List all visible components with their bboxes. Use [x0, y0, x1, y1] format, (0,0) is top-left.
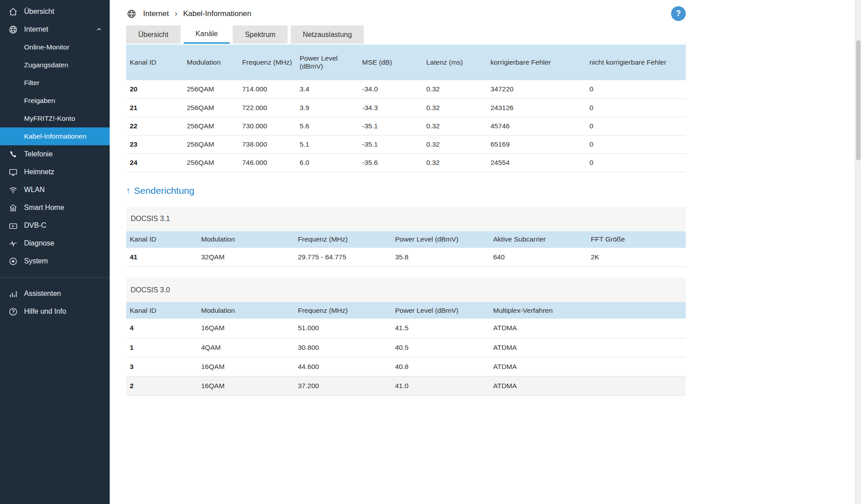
column-header: Frequenz (MHz)	[239, 45, 296, 80]
sidebar-item-freigaben[interactable]: Freigaben	[0, 92, 110, 110]
breadcrumb-section[interactable]: Internet	[143, 9, 169, 18]
sidebar-item-smart-home[interactable]: Smart Home	[0, 199, 110, 217]
table-cell: 256QAM	[183, 153, 239, 172]
scrollbar-thumb[interactable]	[856, 40, 861, 160]
app-window: Übersicht Internet Online-Monitor Zugang…	[0, 0, 861, 504]
sidebar-item-diagnose[interactable]: Diagnose	[0, 234, 110, 252]
column-header: Power Level (dBmV)	[391, 231, 490, 248]
table-cell: 0.32	[423, 153, 487, 172]
table-cell: 32QAM	[198, 248, 294, 267]
table-cell: 20	[126, 80, 183, 98]
sidebar-item-label: Smart Home	[24, 204, 64, 212]
table-cell: -35.1	[358, 135, 423, 153]
column-header: nicht korrigierbare Fehler	[586, 45, 686, 80]
help-button[interactable]: ?	[671, 6, 686, 21]
tab-netzauslastung[interactable]: Netzauslastung	[291, 25, 364, 44]
table-cell: 29.775 - 64.775	[294, 248, 391, 267]
table-cell: 41	[126, 248, 198, 267]
table-row: 4132QAM29.775 - 64.77535.86402K	[126, 248, 686, 267]
main-content: Internet › Kabel-Informationen ? Übersic…	[110, 0, 861, 504]
table-cell: 0	[586, 135, 686, 153]
sidebar-item-uebersicht[interactable]: Übersicht	[0, 3, 110, 20]
tv-icon	[8, 221, 18, 230]
sidebar-item-label: Kabel-Informationen	[24, 132, 87, 140]
table-cell: ATDMA	[490, 338, 686, 357]
table-cell: ATDMA	[490, 357, 686, 376]
column-header: Aktive Subcarrier	[490, 231, 587, 248]
scrollbar[interactable]	[855, 0, 861, 504]
table-cell: -34.0	[358, 80, 423, 98]
sidebar-item-assistenten[interactable]: Assistenten	[0, 285, 110, 303]
column-header: Modulation	[198, 231, 294, 248]
sidebar-item-label: Diagnose	[24, 239, 54, 247]
table-cell: 5.1	[296, 135, 358, 153]
tab-spektrum[interactable]: Spektrum	[233, 25, 287, 44]
table-cell: 65169	[487, 135, 586, 153]
sidebar-item-kabel-informationen[interactable]: Kabel-Informationen	[0, 127, 110, 145]
sidebar-item-heimnetz[interactable]: Heimnetz	[0, 163, 110, 181]
column-header: FFT Größe	[587, 231, 686, 248]
table-cell: 16QAM	[198, 319, 294, 338]
column-header: Latenz (ms)	[423, 45, 487, 80]
table-cell: 40.5	[391, 338, 490, 357]
sidebar-item-dvb-c[interactable]: DVB-C	[0, 217, 110, 234]
downstream-table-wrap: Kanal IDModulationFrequenz (MHz)Power Le…	[126, 45, 686, 172]
sidebar-item-myfritz-konto[interactable]: MyFRITZ!-Konto	[0, 110, 110, 127]
table-cell: 44.600	[294, 357, 391, 376]
table-cell: 0.32	[423, 80, 487, 98]
table-cell: 16QAM	[198, 376, 294, 395]
sidebar-item-internet[interactable]: Internet	[0, 20, 110, 38]
table-cell: 722.000	[239, 98, 296, 117]
table-cell: 40.8	[391, 357, 490, 376]
table-row: 24256QAM746.0006.0-35.60.32245540	[126, 153, 686, 172]
table-cell: -34.3	[358, 98, 423, 117]
sidebar-item-label: Telefonie	[24, 150, 53, 158]
sidebar-item-zugangsdaten[interactable]: Zugangsdaten	[0, 56, 110, 74]
table-cell: 0.32	[423, 117, 487, 135]
arrow-up-icon: ↑	[126, 186, 131, 196]
table-cell: ATDMA	[490, 319, 686, 338]
table-header-row: Kanal IDModulationFrequenz (MHz)Power Le…	[126, 231, 686, 248]
docsis30-table: Kanal IDModulationFrequenz (MHz)Power Le…	[126, 302, 686, 396]
column-header: Power Level (dBmV)	[296, 45, 358, 80]
table-cell: 0.32	[423, 135, 487, 153]
column-header: Modulation	[198, 302, 294, 319]
table-row: 20256QAM714.0003.4-34.00.323472200	[126, 80, 686, 98]
sidebar-item-label: Internet	[24, 25, 48, 33]
table-cell: 35.8	[391, 248, 490, 267]
sidebar-item-label: System	[24, 257, 48, 265]
table-cell: 45746	[487, 117, 586, 135]
table-row: 316QAM44.60040.8ATDMA	[126, 357, 686, 376]
table-cell: 256QAM	[183, 135, 239, 153]
docsis30-panel: DOCSIS 3.0 Kanal IDModulationFrequenz (M…	[126, 278, 686, 396]
sidebar-item-telefonie[interactable]: Telefonie	[0, 145, 110, 163]
sidebar-item-label: Hilfe und Info	[24, 307, 66, 316]
table-cell: 4	[126, 319, 198, 338]
table-cell: 0.32	[423, 98, 487, 117]
tab-uebersicht[interactable]: Übersicht	[126, 25, 181, 44]
table-cell: 37.200	[294, 376, 391, 395]
table-cell: 2K	[587, 248, 686, 267]
column-header: Frequenz (MHz)	[294, 231, 391, 248]
globe-icon	[8, 25, 18, 34]
table-cell: -35.6	[358, 153, 423, 172]
sidebar-item-label: WLAN	[24, 186, 45, 194]
sidebar-item-system[interactable]: System	[0, 252, 110, 270]
column-header: korrigierbare Fehler	[487, 45, 586, 80]
table-cell: 0	[586, 98, 686, 117]
tab-kanaele[interactable]: Kanäle	[184, 25, 230, 44]
sidebar-item-online-monitor[interactable]: Online-Monitor	[0, 38, 110, 56]
network-icon	[8, 167, 18, 177]
table-cell: 16QAM	[198, 357, 294, 376]
sidebar-item-wlan[interactable]: WLAN	[0, 181, 110, 199]
table-cell: 23	[126, 135, 183, 153]
table-cell: 51.000	[294, 319, 391, 338]
table-cell: 22	[126, 117, 183, 135]
table-cell: ATDMA	[490, 376, 686, 395]
system-icon	[8, 256, 18, 266]
sidebar-item-hilfe-info[interactable]: Hilfe und Info	[0, 303, 110, 320]
table-cell: 243126	[487, 98, 586, 117]
breadcrumb: Internet › Kabel-Informationen	[126, 8, 251, 19]
column-header: Power Level (dBmV)	[391, 302, 490, 319]
sidebar-item-filter[interactable]: Filter	[0, 74, 110, 92]
